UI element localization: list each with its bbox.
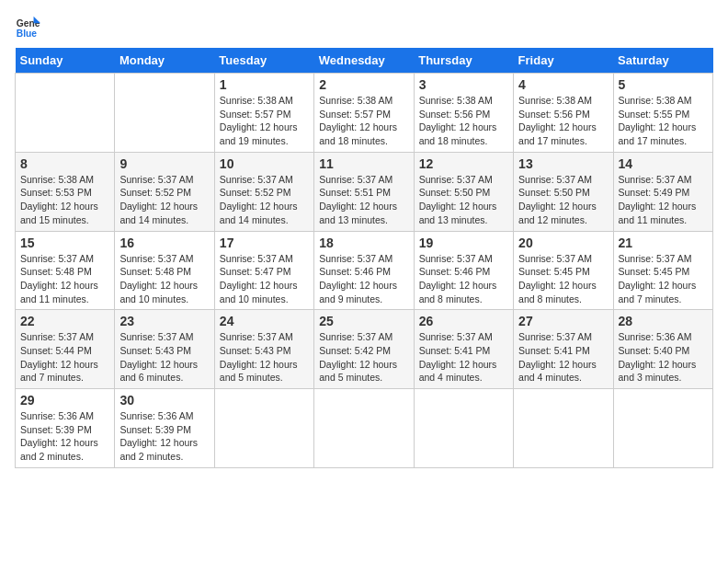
calendar-cell xyxy=(314,389,414,468)
calendar-week-4: 22 Sunrise: 5:37 AMSunset: 5:44 PMDaylig… xyxy=(16,310,713,389)
calendar-cell: 13 Sunrise: 5:37 AMSunset: 5:50 PMDaylig… xyxy=(514,152,613,231)
day-number: 25 xyxy=(319,314,408,328)
day-info: Sunrise: 5:37 AMSunset: 5:51 PMDaylight:… xyxy=(319,173,408,227)
weekday-header-wednesday: Wednesday xyxy=(314,48,414,74)
weekday-header-thursday: Thursday xyxy=(414,48,513,74)
day-info: Sunrise: 5:38 AMSunset: 5:55 PMDaylight:… xyxy=(619,94,708,148)
calendar-cell: 24 Sunrise: 5:37 AMSunset: 5:43 PMDaylig… xyxy=(214,310,313,389)
calendar-table: SundayMondayTuesdayWednesdayThursdayFrid… xyxy=(15,48,713,468)
calendar-cell: 14 Sunrise: 5:37 AMSunset: 5:49 PMDaylig… xyxy=(613,152,712,231)
calendar-cell: 10 Sunrise: 5:37 AMSunset: 5:52 PMDaylig… xyxy=(214,152,313,231)
calendar-cell: 23 Sunrise: 5:37 AMSunset: 5:43 PMDaylig… xyxy=(115,310,214,389)
calendar-cell: 12 Sunrise: 5:37 AMSunset: 5:50 PMDaylig… xyxy=(414,152,513,231)
calendar-cell: 4 Sunrise: 5:38 AMSunset: 5:56 PMDayligh… xyxy=(514,74,613,153)
day-number: 1 xyxy=(220,77,309,92)
day-info: Sunrise: 5:37 AMSunset: 5:45 PMDaylight:… xyxy=(619,252,708,306)
day-info: Sunrise: 5:37 AMSunset: 5:49 PMDaylight:… xyxy=(619,173,708,227)
day-number: 27 xyxy=(518,314,608,328)
day-number: 23 xyxy=(119,314,209,328)
day-info: Sunrise: 5:38 AMSunset: 5:53 PMDaylight:… xyxy=(20,173,109,227)
calendar-cell: 5 Sunrise: 5:38 AMSunset: 5:55 PMDayligh… xyxy=(613,74,712,153)
calendar-week-3: 15 Sunrise: 5:37 AMSunset: 5:48 PMDaylig… xyxy=(16,231,713,310)
day-info: Sunrise: 5:37 AMSunset: 5:50 PMDaylight:… xyxy=(518,173,608,227)
day-info: Sunrise: 5:38 AMSunset: 5:57 PMDaylight:… xyxy=(319,94,408,148)
day-number: 15 xyxy=(20,236,109,250)
calendar-week-5: 29 Sunrise: 5:36 AMSunset: 5:39 PMDaylig… xyxy=(16,389,713,468)
logo: General Blue xyxy=(15,15,40,40)
day-number: 3 xyxy=(419,77,508,92)
day-info: Sunrise: 5:37 AMSunset: 5:42 PMDaylight:… xyxy=(319,330,408,385)
calendar-cell: 29 Sunrise: 5:36 AMSunset: 5:39 PMDaylig… xyxy=(16,389,115,468)
calendar-cell: 15 Sunrise: 5:37 AMSunset: 5:48 PMDaylig… xyxy=(16,231,115,310)
calendar-cell: 16 Sunrise: 5:37 AMSunset: 5:48 PMDaylig… xyxy=(115,231,214,310)
day-info: Sunrise: 5:37 AMSunset: 5:44 PMDaylight:… xyxy=(20,330,109,385)
calendar-cell: 22 Sunrise: 5:37 AMSunset: 5:44 PMDaylig… xyxy=(16,310,115,389)
day-number: 11 xyxy=(319,156,408,171)
day-info: Sunrise: 5:37 AMSunset: 5:41 PMDaylight:… xyxy=(419,330,508,385)
day-info: Sunrise: 5:37 AMSunset: 5:43 PMDaylight:… xyxy=(119,330,209,385)
calendar-cell: 17 Sunrise: 5:37 AMSunset: 5:47 PMDaylig… xyxy=(214,231,313,310)
day-info: Sunrise: 5:37 AMSunset: 5:43 PMDaylight:… xyxy=(220,330,309,385)
day-info: Sunrise: 5:36 AMSunset: 5:39 PMDaylight:… xyxy=(119,409,209,464)
day-number: 29 xyxy=(20,393,109,408)
calendar-cell: 11 Sunrise: 5:37 AMSunset: 5:51 PMDaylig… xyxy=(314,152,414,231)
day-info: Sunrise: 5:37 AMSunset: 5:45 PMDaylight:… xyxy=(518,252,608,306)
calendar-cell xyxy=(115,74,214,153)
day-number: 16 xyxy=(119,236,209,250)
day-info: Sunrise: 5:37 AMSunset: 5:46 PMDaylight:… xyxy=(419,252,508,306)
day-info: Sunrise: 5:37 AMSunset: 5:48 PMDaylight:… xyxy=(119,252,209,306)
svg-text:Blue: Blue xyxy=(17,29,38,39)
day-number: 30 xyxy=(119,393,209,408)
day-number: 24 xyxy=(220,314,309,328)
day-info: Sunrise: 5:37 AMSunset: 5:48 PMDaylight:… xyxy=(20,252,109,306)
day-number: 5 xyxy=(619,77,708,92)
day-number: 12 xyxy=(419,156,508,171)
calendar-cell: 25 Sunrise: 5:37 AMSunset: 5:42 PMDaylig… xyxy=(314,310,414,389)
calendar-cell: 27 Sunrise: 5:37 AMSunset: 5:41 PMDaylig… xyxy=(514,310,613,389)
calendar-cell: 8 Sunrise: 5:38 AMSunset: 5:53 PMDayligh… xyxy=(16,152,115,231)
weekday-header-friday: Friday xyxy=(514,48,613,74)
day-number: 2 xyxy=(319,77,408,92)
day-info: Sunrise: 5:38 AMSunset: 5:56 PMDaylight:… xyxy=(518,94,608,148)
day-number: 28 xyxy=(619,314,708,328)
weekday-header-saturday: Saturday xyxy=(613,48,712,74)
calendar-cell: 26 Sunrise: 5:37 AMSunset: 5:41 PMDaylig… xyxy=(414,310,513,389)
calendar-cell xyxy=(514,389,613,468)
day-number: 14 xyxy=(619,156,708,171)
calendar-cell: 21 Sunrise: 5:37 AMSunset: 5:45 PMDaylig… xyxy=(613,231,712,310)
day-info: Sunrise: 5:37 AMSunset: 5:41 PMDaylight:… xyxy=(518,330,608,385)
calendar-cell: 2 Sunrise: 5:38 AMSunset: 5:57 PMDayligh… xyxy=(314,74,414,153)
day-number: 22 xyxy=(20,314,109,328)
day-number: 8 xyxy=(20,156,109,171)
day-number: 17 xyxy=(220,236,309,250)
day-number: 13 xyxy=(518,156,608,171)
calendar-cell: 3 Sunrise: 5:38 AMSunset: 5:56 PMDayligh… xyxy=(414,74,513,153)
calendar-cell: 18 Sunrise: 5:37 AMSunset: 5:46 PMDaylig… xyxy=(314,231,414,310)
calendar-cell: 20 Sunrise: 5:37 AMSunset: 5:45 PMDaylig… xyxy=(514,231,613,310)
calendar-week-1: 1 Sunrise: 5:38 AMSunset: 5:57 PMDayligh… xyxy=(16,74,713,153)
day-number: 19 xyxy=(419,236,508,250)
day-number: 4 xyxy=(518,77,608,92)
calendar-week-2: 8 Sunrise: 5:38 AMSunset: 5:53 PMDayligh… xyxy=(16,152,713,231)
calendar-cell: 28 Sunrise: 5:36 AMSunset: 5:40 PMDaylig… xyxy=(613,310,712,389)
calendar-cell: 30 Sunrise: 5:36 AMSunset: 5:39 PMDaylig… xyxy=(115,389,214,468)
day-number: 20 xyxy=(518,236,608,250)
day-number: 18 xyxy=(319,236,408,250)
day-number: 21 xyxy=(619,236,708,250)
day-info: Sunrise: 5:38 AMSunset: 5:57 PMDaylight:… xyxy=(220,94,309,148)
day-info: Sunrise: 5:37 AMSunset: 5:46 PMDaylight:… xyxy=(319,252,408,306)
day-info: Sunrise: 5:37 AMSunset: 5:52 PMDaylight:… xyxy=(119,173,209,227)
day-number: 26 xyxy=(419,314,508,328)
day-number: 9 xyxy=(119,156,209,171)
day-number: 10 xyxy=(220,156,309,171)
day-info: Sunrise: 5:37 AMSunset: 5:52 PMDaylight:… xyxy=(220,173,309,227)
day-info: Sunrise: 5:38 AMSunset: 5:56 PMDaylight:… xyxy=(419,94,508,148)
weekday-header-sunday: Sunday xyxy=(16,48,115,74)
page-header: General Blue xyxy=(15,15,713,40)
calendar-cell: 19 Sunrise: 5:37 AMSunset: 5:46 PMDaylig… xyxy=(414,231,513,310)
logo-icon: General Blue xyxy=(15,15,40,40)
day-info: Sunrise: 5:36 AMSunset: 5:39 PMDaylight:… xyxy=(20,409,109,464)
calendar-cell: 1 Sunrise: 5:38 AMSunset: 5:57 PMDayligh… xyxy=(214,74,313,153)
day-info: Sunrise: 5:37 AMSunset: 5:50 PMDaylight:… xyxy=(419,173,508,227)
calendar-cell xyxy=(214,389,313,468)
